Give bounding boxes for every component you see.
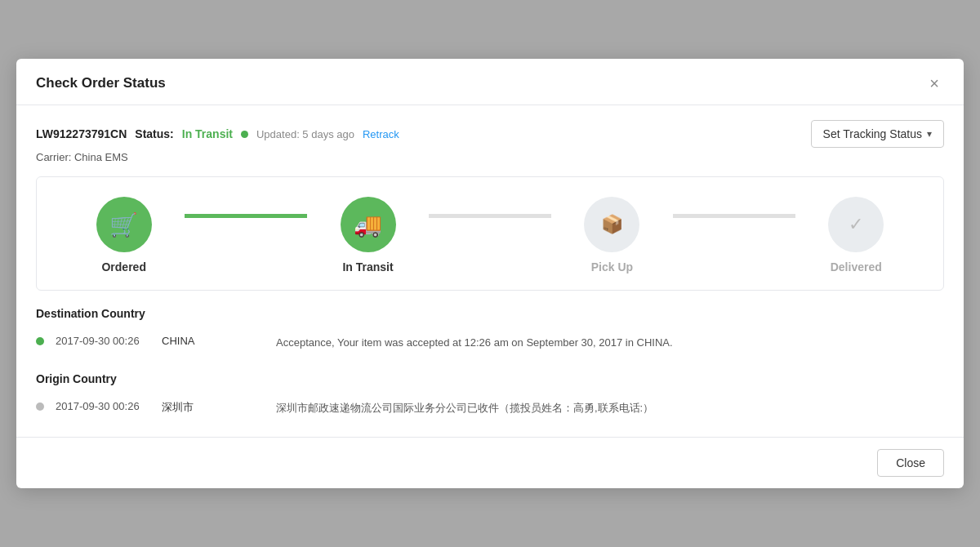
destination-datetime-0: 2017-09-30 00:26 <box>56 335 162 347</box>
retrack-link[interactable]: Retrack <box>363 128 399 140</box>
tracking-left: LW912273791CN Status: In Transit Updated… <box>36 127 399 140</box>
destination-title: Destination Country <box>36 307 944 320</box>
origin-row-0: 2017-09-30 00:26 深圳市 深圳市邮政速递物流公司国际业务分公司已… <box>36 395 944 421</box>
origin-location-0: 深圳市 <box>162 400 276 415</box>
modal-title: Check Order Status <box>36 75 166 91</box>
connector-3 <box>673 214 795 218</box>
modal-header: Check Order Status × <box>16 59 964 105</box>
origin-section: Origin Country 2017-09-30 00:26 深圳市 深圳市邮… <box>36 372 944 421</box>
chevron-down-icon: ▾ <box>927 128 932 140</box>
origin-description-0: 深圳市邮政速递物流公司国际业务分公司已收件（揽投员姓名：高勇,联系电话:） <box>276 400 944 416</box>
step-ordered: 🛒 Ordered <box>63 197 185 274</box>
step-pickup: 📦 Pick Up <box>551 197 673 274</box>
destination-dot-0 <box>36 337 44 345</box>
destination-row-0: 2017-09-30 00:26 CHINA Acceptance, Your … <box>36 330 944 356</box>
set-tracking-label: Set Tracking Status <box>823 127 922 140</box>
origin-dot-0 <box>36 402 44 411</box>
step-circle-delivered: ✓ <box>828 197 884 252</box>
origin-title: Origin Country <box>36 372 944 385</box>
step-circle-in-transit: 🚚 <box>341 197 396 252</box>
modal-footer: Close <box>16 437 964 488</box>
tracking-id: LW912273791CN <box>36 127 127 140</box>
step-circle-pickup: 📦 <box>584 197 639 252</box>
status-dot <box>241 131 248 138</box>
carrier-label: Carrier: <box>36 151 71 163</box>
close-icon-button[interactable]: × <box>924 73 944 93</box>
origin-datetime-0: 2017-09-30 00:26 <box>56 400 162 412</box>
modal: Check Order Status × LW912273791CN Statu… <box>16 59 964 488</box>
set-tracking-status-button[interactable]: Set Tracking Status ▾ <box>811 120 944 148</box>
step-in-transit: 🚚 In Transit <box>307 197 429 274</box>
status-label: Status: <box>135 127 173 140</box>
step-label-ordered: Ordered <box>101 260 145 274</box>
destination-location-0: CHINA <box>162 335 276 347</box>
carrier-value: China EMS <box>74 151 128 163</box>
destination-description-0: Acceptance, Your item was accepted at 12… <box>276 335 944 351</box>
tracking-info-row: LW912273791CN Status: In Transit Updated… <box>36 120 944 148</box>
modal-body: LW912273791CN Status: In Transit Updated… <box>16 105 964 437</box>
steps-track: 🛒 Ordered 🚚 In Transit 📦 <box>63 197 917 274</box>
close-button[interactable]: Close <box>877 449 944 477</box>
modal-overlay: Check Order Status × LW912273791CN Statu… <box>0 0 980 547</box>
progress-tracker: 🛒 Ordered 🚚 In Transit 📦 <box>36 176 944 291</box>
connector-2 <box>429 214 550 218</box>
connector-1 <box>185 214 306 218</box>
step-label-pickup: Pick Up <box>591 260 633 274</box>
status-value: In Transit <box>182 127 233 140</box>
step-circle-ordered: 🛒 <box>96 197 152 252</box>
step-label-in-transit: In Transit <box>342 260 393 274</box>
step-delivered: ✓ Delivered <box>795 197 917 274</box>
updated-text: Updated: 5 days ago <box>256 128 354 140</box>
carrier-row: Carrier: China EMS <box>36 151 944 163</box>
destination-section: Destination Country 2017-09-30 00:26 CHI… <box>36 307 944 356</box>
step-label-delivered: Delivered <box>831 260 882 274</box>
